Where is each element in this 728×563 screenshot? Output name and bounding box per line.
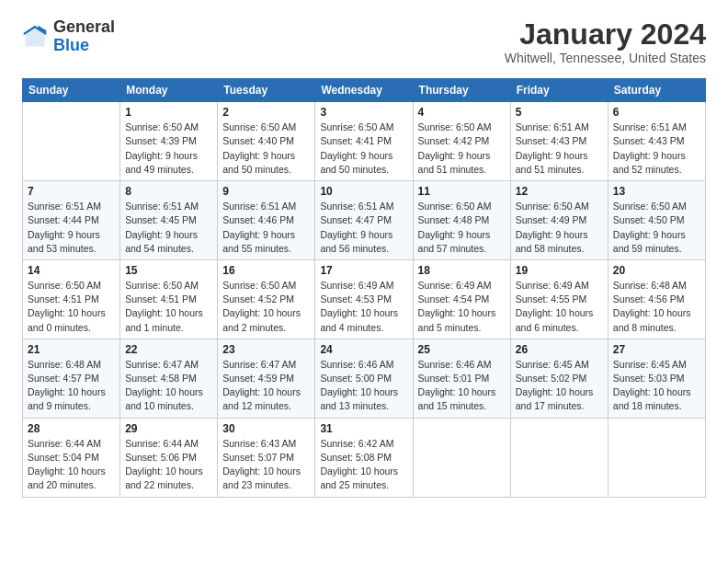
day-number: 30 <box>222 422 310 435</box>
calendar-cell: 2Sunrise: 6:50 AMSunset: 4:40 PMDaylight… <box>218 102 315 181</box>
day-info: Sunrise: 6:45 AMSunset: 5:02 PMDaylight:… <box>516 358 603 414</box>
day-number: 15 <box>125 264 212 277</box>
day-info: Sunrise: 6:50 AMSunset: 4:51 PMDaylight:… <box>28 279 115 335</box>
calendar-cell: 25Sunrise: 6:46 AMSunset: 5:01 PMDayligh… <box>413 339 510 418</box>
calendar-cell <box>23 102 120 181</box>
day-info: Sunrise: 6:46 AMSunset: 5:00 PMDaylight:… <box>320 358 407 414</box>
day-number: 24 <box>320 343 407 356</box>
calendar-cell: 30Sunrise: 6:43 AMSunset: 5:07 PMDayligh… <box>218 418 315 497</box>
day-info: Sunrise: 6:50 AMSunset: 4:39 PMDaylight:… <box>125 121 212 177</box>
calendar-cell <box>413 418 510 497</box>
calendar-week-row: 7Sunrise: 6:51 AMSunset: 4:44 PMDaylight… <box>23 181 706 260</box>
calendar-cell: 13Sunrise: 6:50 AMSunset: 4:50 PMDayligh… <box>608 181 705 260</box>
day-info: Sunrise: 6:43 AMSunset: 5:07 PMDaylight:… <box>222 437 310 493</box>
day-number: 29 <box>125 422 212 435</box>
day-number: 10 <box>320 185 407 198</box>
day-number: 18 <box>418 264 506 277</box>
weekday-header: Tuesday <box>218 79 315 102</box>
day-number: 20 <box>613 264 700 277</box>
calendar-cell: 22Sunrise: 6:47 AMSunset: 4:58 PMDayligh… <box>120 339 218 418</box>
calendar-cell: 18Sunrise: 6:49 AMSunset: 4:54 PMDayligh… <box>413 259 510 339</box>
calendar-cell: 27Sunrise: 6:45 AMSunset: 5:03 PMDayligh… <box>608 339 705 418</box>
calendar-week-row: 1Sunrise: 6:50 AMSunset: 4:39 PMDaylight… <box>23 102 706 181</box>
weekday-header: Friday <box>510 79 608 102</box>
day-number: 7 <box>28 185 115 198</box>
day-info: Sunrise: 6:48 AMSunset: 4:57 PMDaylight:… <box>28 358 115 414</box>
day-info: Sunrise: 6:50 AMSunset: 4:51 PMDaylight:… <box>125 279 212 335</box>
calendar-cell <box>510 418 608 497</box>
title-area: January 2024 Whitwell, Tennessee, United… <box>505 18 706 65</box>
calendar-cell: 3Sunrise: 6:50 AMSunset: 4:41 PMDaylight… <box>315 102 413 181</box>
calendar-cell: 10Sunrise: 6:51 AMSunset: 4:47 PMDayligh… <box>315 181 413 260</box>
calendar-cell: 4Sunrise: 6:50 AMSunset: 4:42 PMDaylight… <box>413 102 510 181</box>
calendar-cell: 28Sunrise: 6:44 AMSunset: 5:04 PMDayligh… <box>23 418 120 497</box>
day-number: 19 <box>516 264 603 277</box>
day-number: 5 <box>516 106 603 119</box>
day-info: Sunrise: 6:49 AMSunset: 4:54 PMDaylight:… <box>418 279 506 335</box>
calendar-cell: 29Sunrise: 6:44 AMSunset: 5:06 PMDayligh… <box>120 418 218 497</box>
calendar-cell: 1Sunrise: 6:50 AMSunset: 4:39 PMDaylight… <box>120 102 218 181</box>
calendar-cell: 15Sunrise: 6:50 AMSunset: 4:51 PMDayligh… <box>120 259 218 339</box>
calendar-cell: 23Sunrise: 6:47 AMSunset: 4:59 PMDayligh… <box>218 339 315 418</box>
calendar-cell: 26Sunrise: 6:45 AMSunset: 5:02 PMDayligh… <box>510 339 608 418</box>
logo-icon <box>22 24 48 50</box>
day-number: 25 <box>418 343 506 356</box>
day-number: 14 <box>28 264 115 277</box>
day-info: Sunrise: 6:42 AMSunset: 5:08 PMDaylight:… <box>320 437 407 493</box>
day-info: Sunrise: 6:50 AMSunset: 4:52 PMDaylight:… <box>222 279 310 335</box>
day-number: 9 <box>222 185 310 198</box>
calendar-cell: 8Sunrise: 6:51 AMSunset: 4:45 PMDaylight… <box>120 181 218 260</box>
day-info: Sunrise: 6:51 AMSunset: 4:46 PMDaylight:… <box>222 200 310 256</box>
day-number: 17 <box>320 264 407 277</box>
calendar-header-row: SundayMondayTuesdayWednesdayThursdayFrid… <box>23 79 706 102</box>
day-info: Sunrise: 6:51 AMSunset: 4:47 PMDaylight:… <box>320 200 407 256</box>
calendar-cell: 12Sunrise: 6:50 AMSunset: 4:49 PMDayligh… <box>510 181 608 260</box>
calendar-cell: 5Sunrise: 6:51 AMSunset: 4:43 PMDaylight… <box>510 102 608 181</box>
logo-general: General <box>53 17 115 36</box>
calendar-week-row: 28Sunrise: 6:44 AMSunset: 5:04 PMDayligh… <box>23 418 706 497</box>
calendar-table: SundayMondayTuesdayWednesdayThursdayFrid… <box>22 78 706 497</box>
day-info: Sunrise: 6:49 AMSunset: 4:53 PMDaylight:… <box>320 279 407 335</box>
calendar-cell: 16Sunrise: 6:50 AMSunset: 4:52 PMDayligh… <box>218 259 315 339</box>
calendar-cell: 17Sunrise: 6:49 AMSunset: 4:53 PMDayligh… <box>315 259 413 339</box>
day-number: 11 <box>418 185 506 198</box>
day-info: Sunrise: 6:50 AMSunset: 4:42 PMDaylight:… <box>418 121 506 177</box>
logo-text: General Blue <box>53 18 115 55</box>
weekday-header: Monday <box>120 79 218 102</box>
day-number: 27 <box>613 343 700 356</box>
month-title: January 2024 <box>505 18 706 51</box>
calendar-week-row: 21Sunrise: 6:48 AMSunset: 4:57 PMDayligh… <box>23 339 706 418</box>
day-info: Sunrise: 6:51 AMSunset: 4:44 PMDaylight:… <box>28 200 115 256</box>
day-number: 2 <box>222 106 310 119</box>
day-info: Sunrise: 6:47 AMSunset: 4:58 PMDaylight:… <box>125 358 212 414</box>
weekday-header: Saturday <box>608 79 705 102</box>
day-info: Sunrise: 6:46 AMSunset: 5:01 PMDaylight:… <box>418 358 506 414</box>
day-info: Sunrise: 6:48 AMSunset: 4:56 PMDaylight:… <box>613 279 700 335</box>
calendar-cell: 6Sunrise: 6:51 AMSunset: 4:43 PMDaylight… <box>608 102 705 181</box>
day-info: Sunrise: 6:50 AMSunset: 4:40 PMDaylight:… <box>222 121 310 177</box>
logo-blue: Blue <box>53 36 89 54</box>
calendar-cell: 24Sunrise: 6:46 AMSunset: 5:00 PMDayligh… <box>315 339 413 418</box>
day-info: Sunrise: 6:49 AMSunset: 4:55 PMDaylight:… <box>516 279 603 335</box>
day-number: 3 <box>320 106 407 119</box>
calendar-cell: 11Sunrise: 6:50 AMSunset: 4:48 PMDayligh… <box>413 181 510 260</box>
calendar-cell: 20Sunrise: 6:48 AMSunset: 4:56 PMDayligh… <box>608 259 705 339</box>
day-info: Sunrise: 6:51 AMSunset: 4:43 PMDaylight:… <box>613 121 700 177</box>
day-info: Sunrise: 6:50 AMSunset: 4:50 PMDaylight:… <box>613 200 700 256</box>
calendar-cell: 7Sunrise: 6:51 AMSunset: 4:44 PMDaylight… <box>23 181 120 260</box>
day-info: Sunrise: 6:44 AMSunset: 5:06 PMDaylight:… <box>125 437 212 493</box>
logo: General Blue <box>22 18 115 55</box>
day-number: 13 <box>613 185 700 198</box>
day-info: Sunrise: 6:50 AMSunset: 4:48 PMDaylight:… <box>418 200 506 256</box>
calendar-cell: 14Sunrise: 6:50 AMSunset: 4:51 PMDayligh… <box>23 259 120 339</box>
day-info: Sunrise: 6:50 AMSunset: 4:49 PMDaylight:… <box>516 200 603 256</box>
day-number: 22 <box>125 343 212 356</box>
day-info: Sunrise: 6:44 AMSunset: 5:04 PMDaylight:… <box>28 437 115 493</box>
location: Whitwell, Tennessee, United States <box>505 51 706 65</box>
weekday-header: Wednesday <box>315 79 413 102</box>
calendar-cell: 21Sunrise: 6:48 AMSunset: 4:57 PMDayligh… <box>23 339 120 418</box>
page-header: General Blue January 2024 Whitwell, Tenn… <box>22 18 706 65</box>
day-info: Sunrise: 6:51 AMSunset: 4:45 PMDaylight:… <box>125 200 212 256</box>
day-info: Sunrise: 6:45 AMSunset: 5:03 PMDaylight:… <box>613 358 700 414</box>
day-info: Sunrise: 6:47 AMSunset: 4:59 PMDaylight:… <box>222 358 310 414</box>
